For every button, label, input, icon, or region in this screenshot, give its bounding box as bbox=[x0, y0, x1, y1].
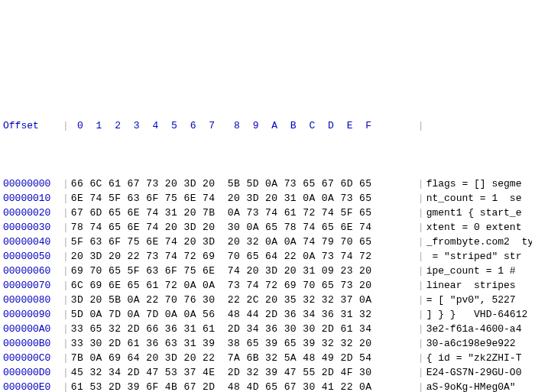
hex-row: 000000B0|33 30 2D 61 36 63 31 39 38 65 3… bbox=[3, 336, 532, 351]
divider: | bbox=[63, 177, 71, 191]
hex-row: 00000080|3D 20 5B 0A 22 70 76 30 22 2C 2… bbox=[3, 293, 532, 307]
divider: | bbox=[63, 249, 71, 264]
offset-cell: 000000E0 bbox=[3, 380, 63, 392]
divider: | bbox=[418, 220, 426, 235]
hex-row: 00000060|69 70 65 5F 63 6F 75 6E 74 20 3… bbox=[3, 264, 532, 278]
hex-row: 000000C0|7B 0A 69 64 20 3D 20 22 7A 6B 3… bbox=[3, 351, 532, 365]
ascii-cell: nt_count = 1 se bbox=[426, 191, 532, 206]
divider: | bbox=[63, 220, 71, 235]
ascii-cell: E24-GS7N-29GU-O0 bbox=[426, 365, 532, 380]
hex-bytes: 61 53 2D 39 6F 4B 67 2D 48 4D 65 67 30 4… bbox=[71, 380, 418, 392]
divider: | bbox=[418, 365, 426, 380]
offset-header: Offset bbox=[3, 118, 63, 133]
ascii-cell: _frombyte.com2 type bbox=[426, 235, 532, 249]
divider: | bbox=[418, 177, 426, 191]
hex-bytes: 6C 69 6E 65 61 72 0A 0A 73 74 72 69 70 6… bbox=[71, 278, 418, 293]
divider: | bbox=[63, 336, 71, 351]
offset-cell: 000000D0 bbox=[3, 365, 63, 380]
offset-cell: 000000A0 bbox=[3, 322, 63, 336]
offset-cell: 00000040 bbox=[3, 235, 63, 249]
hex-row: 00000050|20 3D 20 22 73 74 72 69 70 65 6… bbox=[3, 249, 532, 264]
offset-cell: 00000090 bbox=[3, 307, 63, 322]
divider: | bbox=[63, 365, 71, 380]
divider: | bbox=[418, 336, 426, 351]
divider: | bbox=[63, 118, 71, 133]
hex-row: 00000030|78 74 65 6E 74 20 3D 20 30 0A 6… bbox=[3, 220, 532, 235]
ascii-cell: flags = [] segme bbox=[426, 177, 532, 191]
offset-cell: 000000C0 bbox=[3, 351, 63, 365]
divider: | bbox=[418, 322, 426, 336]
ascii-cell: 30-a6c198e9e922 bbox=[426, 336, 532, 351]
divider: | bbox=[63, 380, 71, 392]
hex-row: 000000E0|61 53 2D 39 6F 4B 67 2D 48 4D 6… bbox=[3, 380, 532, 392]
divider: | bbox=[63, 351, 71, 365]
ascii-cell: 3e2-f61a-4600-a4 bbox=[426, 322, 532, 336]
ascii-cell: aS-9oKg-HMeg0A" bbox=[426, 380, 532, 392]
hex-bytes: 7B 0A 69 64 20 3D 20 22 7A 6B 32 5A 48 4… bbox=[71, 351, 418, 365]
divider: | bbox=[418, 235, 426, 249]
divider: | bbox=[418, 351, 426, 365]
hex-bytes: 67 6D 65 6E 74 31 20 7B 0A 73 74 61 72 7… bbox=[71, 206, 418, 220]
divider: | bbox=[63, 278, 71, 293]
offset-cell: 00000000 bbox=[3, 177, 63, 191]
ascii-cell: = [ "pv0", 5227 bbox=[426, 293, 532, 307]
hex-row: 000000D0|45 32 34 2D 47 53 37 4E 2D 32 3… bbox=[3, 365, 532, 380]
hex-bytes: 3D 20 5B 0A 22 70 76 30 22 2C 20 35 32 3… bbox=[71, 293, 418, 307]
offset-cell: 00000050 bbox=[3, 249, 63, 264]
divider: | bbox=[63, 322, 71, 336]
hex-row: 00000070|6C 69 6E 65 61 72 0A 0A 73 74 7… bbox=[3, 278, 532, 293]
divider: | bbox=[63, 264, 71, 278]
hex-row: 00000010|6E 74 5F 63 6F 75 6E 74 20 3D 2… bbox=[3, 191, 532, 206]
hex-columns-header: 0 1 2 3 4 5 6 7 8 9 A B C D E F bbox=[71, 118, 418, 133]
header-row: Offset | 0 1 2 3 4 5 6 7 8 9 A B C D E F… bbox=[3, 118, 532, 133]
hex-row: 000000A0|33 65 32 2D 66 36 31 61 2D 34 3… bbox=[3, 322, 532, 336]
divider: | bbox=[418, 293, 426, 307]
divider: | bbox=[418, 206, 426, 220]
hex-bytes: 6E 74 5F 63 6F 75 6E 74 20 3D 20 31 0A 0… bbox=[71, 191, 418, 206]
ascii-cell: { id = "zk2ZHI-T bbox=[426, 351, 532, 365]
hex-row: 00000000|66 6C 61 67 73 20 3D 20 5B 5D 0… bbox=[3, 177, 532, 191]
offset-cell: 00000080 bbox=[3, 293, 63, 307]
ascii-cell: linear stripes bbox=[426, 278, 532, 293]
ascii-cell: ipe_count = 1 # bbox=[426, 264, 532, 278]
offset-cell: 00000030 bbox=[3, 220, 63, 235]
hex-bytes: 33 30 2D 61 36 63 31 39 38 65 39 65 39 3… bbox=[71, 336, 418, 351]
ascii-cell: ] } } VHD-64612 bbox=[426, 307, 532, 322]
offset-cell: 00000070 bbox=[3, 278, 63, 293]
offset-cell: 00000020 bbox=[3, 206, 63, 220]
divider: | bbox=[63, 235, 71, 249]
offset-cell: 000000B0 bbox=[3, 336, 63, 351]
divider: | bbox=[418, 118, 426, 133]
offset-cell: 00000060 bbox=[3, 264, 63, 278]
divider: | bbox=[418, 264, 426, 278]
divider: | bbox=[418, 278, 426, 293]
divider: | bbox=[63, 206, 71, 220]
divider: | bbox=[63, 293, 71, 307]
ascii-cell: gment1 { start_e bbox=[426, 206, 532, 220]
hex-bytes: 5F 63 6F 75 6E 74 20 3D 20 32 0A 0A 74 7… bbox=[71, 235, 418, 249]
hex-bytes: 5D 0A 7D 0A 7D 0A 0A 56 48 44 2D 36 34 3… bbox=[71, 307, 418, 322]
ascii-cell: = "striped" str bbox=[426, 249, 532, 264]
divider: | bbox=[418, 307, 426, 322]
divider: | bbox=[418, 249, 426, 264]
hex-bytes: 20 3D 20 22 73 74 72 69 70 65 64 22 0A 7… bbox=[71, 249, 418, 264]
hex-bytes: 78 74 65 6E 74 20 3D 20 30 0A 65 78 74 6… bbox=[71, 220, 418, 235]
ascii-cell: xtent = 0 extent bbox=[426, 220, 532, 235]
hex-bytes: 33 65 32 2D 66 36 31 61 2D 34 36 30 30 2… bbox=[71, 322, 418, 336]
divider: | bbox=[418, 380, 426, 392]
divider: | bbox=[63, 191, 71, 206]
divider: | bbox=[418, 191, 426, 206]
hex-row: 00000020|67 6D 65 6E 74 31 20 7B 0A 73 7… bbox=[3, 206, 532, 220]
divider: | bbox=[63, 307, 71, 322]
offset-cell: 00000010 bbox=[3, 191, 63, 206]
hex-bytes: 66 6C 61 67 73 20 3D 20 5B 5D 0A 73 65 6… bbox=[71, 177, 418, 191]
hex-bytes: 69 70 65 5F 63 6F 75 6E 74 20 3D 20 31 0… bbox=[71, 264, 418, 278]
hex-row: 00000090|5D 0A 7D 0A 7D 0A 0A 56 48 44 2… bbox=[3, 307, 532, 322]
hex-viewer: Offset | 0 1 2 3 4 5 6 7 8 9 A B C D E F… bbox=[0, 73, 535, 392]
hex-bytes: 45 32 34 2D 47 53 37 4E 2D 32 39 47 55 2… bbox=[71, 365, 418, 380]
hex-rows: 00000000|66 6C 61 67 73 20 3D 20 5B 5D 0… bbox=[3, 177, 532, 392]
hex-row: 00000040|5F 63 6F 75 6E 74 20 3D 20 32 0… bbox=[3, 235, 532, 249]
